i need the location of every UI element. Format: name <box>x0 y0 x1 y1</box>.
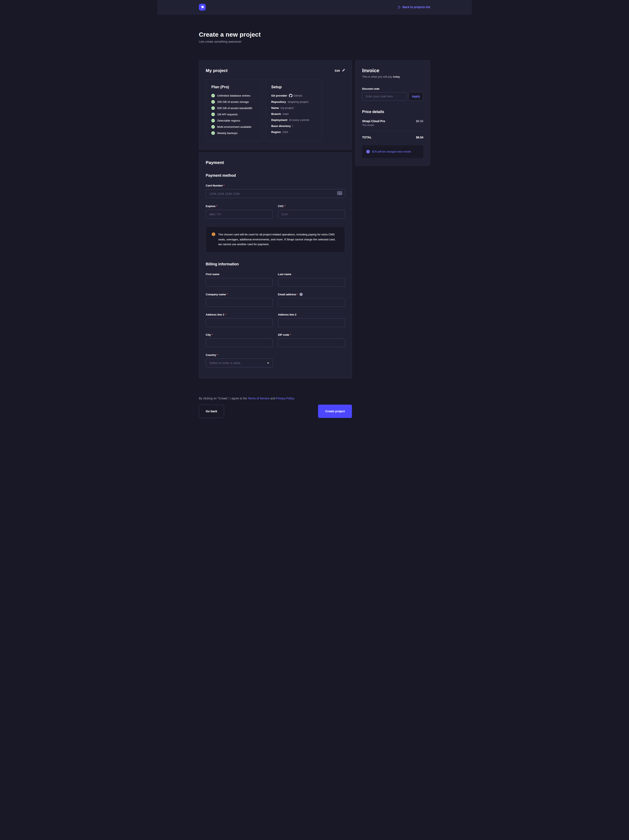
address-line-1-field: Address line 1* <box>206 313 273 327</box>
zip-code-input[interactable] <box>278 338 345 347</box>
last-name-field: Last name <box>278 273 345 287</box>
check-icon <box>211 106 215 110</box>
payment-method-heading: Payment method <box>206 174 345 178</box>
cvc-label: CVC <box>278 205 284 208</box>
card-usage-notice: The chosen card will be used for all pro… <box>206 226 345 253</box>
github-icon <box>289 94 292 97</box>
page-title: Create a new project <box>199 31 430 38</box>
check-icon <box>211 125 215 129</box>
plan-feature: Unlimited database entries <box>211 94 257 97</box>
cvc-input[interactable] <box>278 210 345 218</box>
card-usage-notice-text: The chosen card will be used for all pro… <box>218 232 339 247</box>
invoice-title: Invoice <box>362 68 423 73</box>
edit-button[interactable]: Edit <box>335 69 345 73</box>
country-select-placeholder: Select or enter a value <box>209 361 240 365</box>
email-info-icon <box>300 293 303 296</box>
plan-feature: 1M API requests <box>211 113 257 116</box>
back-to-projects-link[interactable]: Back to projects list <box>397 5 430 9</box>
my-project-title: My project <box>206 68 227 73</box>
expires-field: Expires* <box>206 205 273 218</box>
check-icon <box>211 119 215 122</box>
card-number-label: Card Number <box>206 184 223 187</box>
setup-box: Setup Git provider GitHub Repository <box>266 79 322 141</box>
discount-code-label: Discount code <box>362 87 423 90</box>
cvc-field: CVC* <box>278 205 345 218</box>
total-amount: $8.04 <box>416 136 423 139</box>
setup-row-deployment: Deployment At every commit <box>271 118 317 122</box>
create-project-button[interactable]: Create project <box>318 404 352 418</box>
edit-button-label: Edit <box>335 69 340 72</box>
price-details-heading: Price details <box>362 110 423 114</box>
address-line-2-field: Address line 2 <box>278 313 345 327</box>
setup-row-git-provider: Git provider GitHub <box>271 94 317 97</box>
page-subtitle: Lets create something awesome! <box>199 40 430 43</box>
price-line-item: Strapi Cloud Pro This month $8.04 <box>362 120 423 126</box>
plan-feature: Weekly backups <box>211 131 257 135</box>
first-name-field: First name <box>206 273 273 287</box>
price-item-name: Strapi Cloud Pro <box>362 120 385 123</box>
expires-input[interactable] <box>206 210 273 218</box>
payment-card: Payment Payment method Card Number* <box>199 152 352 378</box>
company-name-input[interactable] <box>206 298 273 307</box>
total-row: TOTAL $8.04 <box>362 136 423 139</box>
setup-row-branch: Branch main <box>271 112 317 115</box>
strapi-logo-icon <box>199 4 206 11</box>
address-line-2-input[interactable] <box>278 318 345 327</box>
city-field: City* <box>206 333 273 347</box>
address-line-1-input[interactable] <box>206 318 273 327</box>
country-field: Country* Select or enter a value <box>206 354 273 367</box>
privacy-policy-link[interactable]: Privacy Policy <box>276 397 294 400</box>
plan-feature: Selectable regions <box>211 119 257 122</box>
plan-title: Plan (Pro) <box>211 85 257 89</box>
price-item-period: This month <box>362 124 385 126</box>
card-number-input[interactable] <box>206 189 345 198</box>
setup-row-region: Region USA <box>271 131 317 134</box>
setup-row-name: Name my-project <box>271 106 317 109</box>
invoice-card: Invoice This is what you will pay today … <box>355 60 430 166</box>
discount-code-input[interactable] <box>362 92 407 101</box>
first-name-input[interactable] <box>206 278 273 287</box>
next-month-note-text: $75 will be charged next month. <box>372 150 412 153</box>
invoice-subtitle: This is what you will pay today <box>362 75 423 78</box>
total-label: TOTAL <box>362 136 372 139</box>
warning-icon <box>212 232 215 236</box>
plan-feature: 500 GB of assets bandwidth <box>211 106 257 110</box>
plan-feature: Multi-environment available <box>211 125 257 129</box>
last-name-input[interactable] <box>278 278 345 287</box>
check-icon <box>211 131 215 135</box>
check-icon <box>211 113 215 116</box>
zip-code-field: ZIP code* <box>278 333 345 347</box>
pencil-icon <box>342 69 345 73</box>
apply-discount-button[interactable]: Apply <box>408 92 423 101</box>
plan-feature-list: Unlimited database entries 250 GB of ass… <box>211 94 257 135</box>
check-icon <box>211 94 215 97</box>
expires-label: Expires <box>206 205 216 208</box>
back-icon <box>397 6 400 9</box>
back-link-label: Back to projects list <box>402 5 430 9</box>
company-name-field: Company name* <box>206 293 273 307</box>
payment-title: Payment <box>206 160 345 165</box>
agreement-text: By clicking on "Create", I agree to the … <box>199 397 352 400</box>
card-number-field: Card Number* <box>206 184 345 198</box>
price-item-amount: $8.04 <box>416 120 423 123</box>
next-month-note: $75 will be charged next month. <box>362 145 423 158</box>
check-icon <box>211 100 215 104</box>
email-address-field: Email address* <box>278 293 345 307</box>
email-address-input[interactable] <box>278 298 345 307</box>
setup-row-repository: Repository strapi/my-project <box>271 100 317 103</box>
plan-box: Plan (Pro) Unlimited database entries 25… <box>206 79 262 141</box>
city-input[interactable] <box>206 338 273 347</box>
terms-of-service-link[interactable]: Terms of Service <box>248 397 270 400</box>
chevron-down-icon <box>267 361 270 365</box>
billing-heading: Billing information <box>206 262 345 267</box>
setup-title: Setup <box>271 85 317 89</box>
plan-feature: 250 GB of assets storage <box>211 100 257 104</box>
top-bar: Back to projects list <box>157 0 472 14</box>
my-project-card: My project Edit Plan (Pro) <box>199 60 352 150</box>
go-back-button[interactable]: Go back <box>199 404 224 418</box>
country-select[interactable]: Select or enter a value <box>206 358 273 367</box>
info-icon <box>366 150 370 153</box>
setup-row-base-directory: Base directory / <box>271 125 317 128</box>
